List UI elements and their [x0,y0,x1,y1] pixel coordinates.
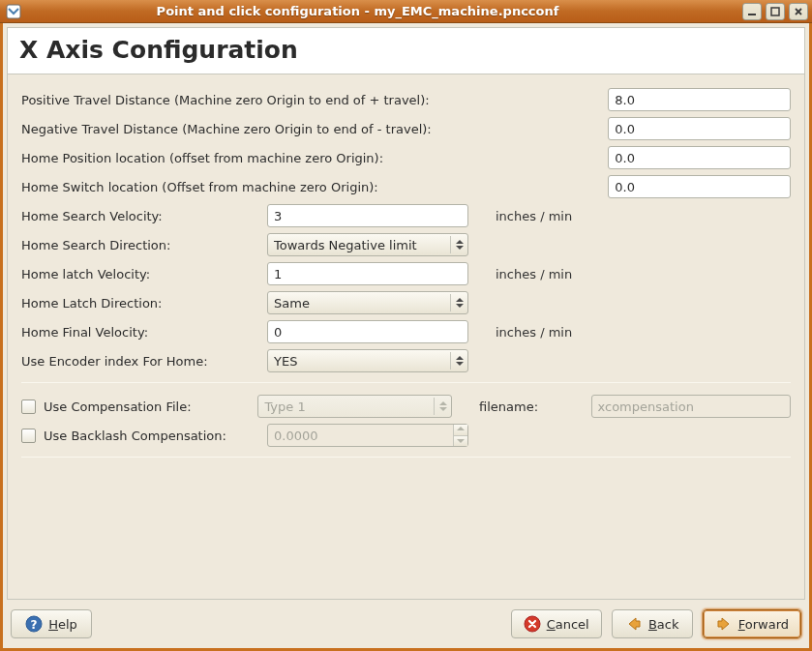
home-final-vel-input[interactable] [267,320,468,343]
window-body: X Axis Configuration Positive Travel Dis… [0,23,812,651]
forward-button[interactable]: Forward [703,609,801,638]
maximize-button[interactable] [766,3,785,20]
back-arrow-icon [625,615,643,633]
spin-up-icon [454,425,467,435]
backlash-spinner [267,424,468,447]
home-latch-vel-label: Home latch Velocity: [21,267,267,281]
close-button[interactable] [789,3,808,20]
home-latch-dir-label: Home Latch Direction: [21,296,267,311]
home-latch-dir-select[interactable]: Same [267,291,468,314]
home-pos-input[interactable] [608,146,791,169]
back-button[interactable]: Back [612,609,693,638]
divider [21,457,791,458]
unit-label: inches / min [496,325,572,340]
use-backlash-label: Use Backlash Compensation: [44,429,226,443]
cancel-icon [524,615,541,633]
neg-travel-label: Negative Travel Distance (Machine zero O… [21,122,608,136]
updown-icon [434,398,447,415]
home-final-vel-label: Home Final Velocity: [21,325,267,340]
help-icon: ? [25,615,43,633]
comp-type-select: Type 1 [257,395,452,418]
help-button[interactable]: ? Help [11,609,92,638]
home-latch-vel-input[interactable] [267,262,468,285]
home-switch-label: Home Switch location (Offset from machin… [21,180,608,194]
home-search-dir-select[interactable]: Towards Negative limit [267,233,468,256]
page-title: X Axis Configuration [19,36,793,64]
neg-travel-input[interactable] [608,117,791,140]
window-title: Point and click configuration - my_EMC_m… [0,4,742,18]
use-comp-file-label: Use Compensation File: [44,399,192,414]
pos-travel-input[interactable] [608,88,791,111]
comp-type-value: Type 1 [264,399,305,414]
home-pos-label: Home Position location (offset from mach… [21,151,608,165]
svg-rect-2 [771,8,779,15]
updown-icon [450,236,464,253]
use-comp-file-checkbox[interactable] [21,399,36,414]
unit-label: inches / min [496,267,572,281]
spin-down-icon [454,435,467,447]
home-switch-input[interactable] [608,175,791,198]
backlash-value [268,427,453,445]
updown-icon [450,294,464,311]
svg-rect-1 [748,14,756,15]
use-encoder-label: Use Encoder index For Home: [21,354,267,369]
home-latch-dir-value: Same [274,296,310,311]
updown-icon [450,352,464,370]
filename-label: filename: [479,399,590,414]
page-header: X Axis Configuration [7,27,805,74]
home-search-vel-label: Home Search Velocity: [21,209,267,223]
unit-label: inches / min [496,209,572,223]
minimize-button[interactable] [742,3,762,20]
use-backlash-checkbox[interactable] [21,429,36,443]
pos-travel-label: Positive Travel Distance (Machine zero O… [21,93,608,107]
content-panel: Positive Travel Distance (Machine zero O… [7,74,805,600]
svg-text:?: ? [31,618,38,632]
titlebar: Point and click configuration - my_EMC_m… [0,0,812,23]
use-encoder-select[interactable]: YES [267,349,468,372]
help-label-rest: elp [58,617,77,632]
footer: ? Help Cancel Back [3,600,809,648]
home-search-dir-value: Towards Negative limit [274,238,417,252]
cancel-button[interactable]: Cancel [511,609,602,638]
divider [21,382,791,383]
forward-arrow-icon [715,615,733,633]
use-encoder-value: YES [274,354,297,369]
home-search-vel-input[interactable] [267,204,468,227]
home-search-dir-label: Home Search Direction: [21,238,267,252]
filename-input [591,395,791,418]
